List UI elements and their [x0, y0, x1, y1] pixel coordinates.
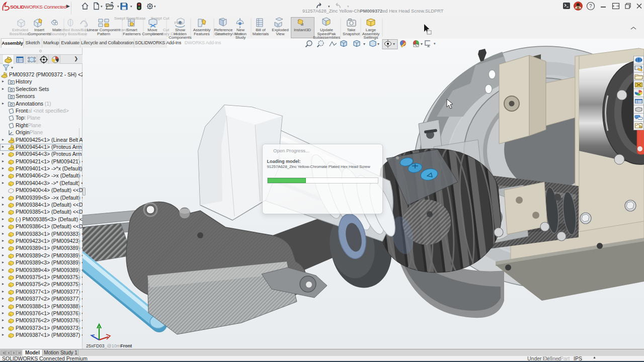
svg-text:▾: ▾ [421, 42, 423, 46]
svg-text:▾: ▾ [377, 42, 379, 46]
svg-text:▾: ▾ [363, 42, 365, 46]
svg-text:▾: ▾ [393, 42, 395, 46]
svg-text:?: ? [589, 4, 592, 9]
svg-text:25xFD03_@10mFront: 25xFD03_@10mFront [86, 343, 132, 348]
